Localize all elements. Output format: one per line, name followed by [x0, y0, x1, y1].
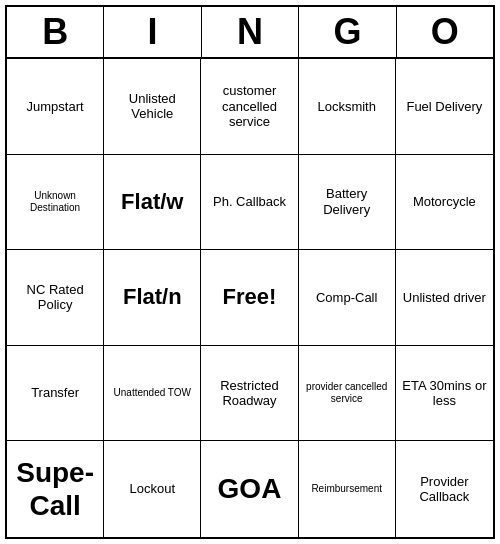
bingo-cell-23: Reimbursement — [299, 441, 396, 537]
bingo-cell-7: Ph. Callback — [201, 155, 298, 251]
bingo-cell-1: Unlisted Vehicle — [104, 59, 201, 155]
bingo-cell-3: Locksmith — [299, 59, 396, 155]
bingo-cell-12: Free! — [201, 250, 298, 346]
bingo-cell-21: Lockout — [104, 441, 201, 537]
bingo-cell-8: Battery Delivery — [299, 155, 396, 251]
header-letter-I: I — [104, 7, 201, 57]
bingo-cell-20: Supe-Call — [7, 441, 104, 537]
header-letter-G: G — [299, 7, 396, 57]
bingo-cell-17: Restricted Roadway — [201, 346, 298, 442]
header-letter-B: B — [7, 7, 104, 57]
bingo-cell-4: Fuel Delivery — [396, 59, 493, 155]
bingo-cell-22: GOA — [201, 441, 298, 537]
bingo-cell-19: ETA 30mins or less — [396, 346, 493, 442]
bingo-cell-10: NC Rated Policy — [7, 250, 104, 346]
bingo-cell-0: Jumpstart — [7, 59, 104, 155]
header-letter-N: N — [202, 7, 299, 57]
bingo-cell-5: Unknown Destination — [7, 155, 104, 251]
bingo-cell-2: customer cancelled service — [201, 59, 298, 155]
bingo-cell-11: Flat/n — [104, 250, 201, 346]
bingo-cell-18: provider cancelled service — [299, 346, 396, 442]
bingo-cell-14: Unlisted driver — [396, 250, 493, 346]
bingo-cell-6: Flat/w — [104, 155, 201, 251]
bingo-cell-13: Comp-Call — [299, 250, 396, 346]
bingo-header: BINGO — [7, 7, 493, 59]
bingo-cell-16: Unattended TOW — [104, 346, 201, 442]
bingo-grid: JumpstartUnlisted Vehiclecustomer cancel… — [7, 59, 493, 537]
bingo-card: BINGO JumpstartUnlisted Vehiclecustomer … — [5, 5, 495, 539]
header-letter-O: O — [397, 7, 493, 57]
bingo-cell-9: Motorcycle — [396, 155, 493, 251]
bingo-cell-24: Provider Callback — [396, 441, 493, 537]
bingo-cell-15: Transfer — [7, 346, 104, 442]
